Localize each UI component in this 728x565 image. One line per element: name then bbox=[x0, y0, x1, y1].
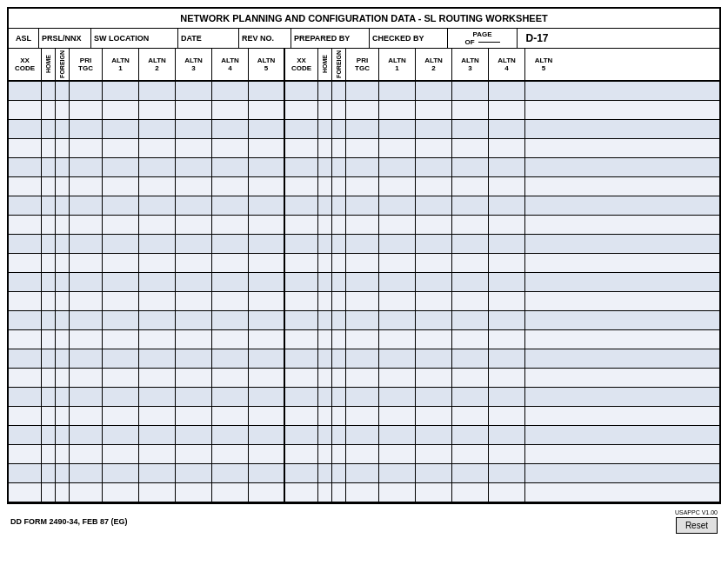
table-cell bbox=[525, 82, 562, 100]
table-cell bbox=[212, 177, 249, 196]
table-cell bbox=[416, 101, 452, 119]
table-row bbox=[9, 464, 719, 483]
table-cell bbox=[379, 445, 416, 463]
table-row bbox=[9, 483, 719, 502]
table-cell bbox=[176, 483, 212, 502]
table-cell bbox=[318, 483, 332, 502]
table-cell bbox=[139, 158, 176, 176]
table-cell bbox=[139, 139, 176, 157]
reset-button[interactable]: Reset bbox=[676, 517, 718, 534]
sw-location-header: SW LOCATION bbox=[91, 29, 178, 48]
table-cell bbox=[416, 426, 452, 444]
table-cell bbox=[70, 426, 103, 444]
table-cell bbox=[416, 177, 452, 196]
col-header-altn5_l: ALTN 5 bbox=[249, 49, 285, 80]
table-cell bbox=[103, 464, 139, 482]
table-cell bbox=[176, 158, 212, 176]
table-cell bbox=[416, 158, 452, 176]
revno-header: REV NO. bbox=[239, 29, 291, 48]
table-cell bbox=[379, 369, 416, 387]
table-cell bbox=[103, 139, 139, 157]
table-cell bbox=[139, 483, 176, 502]
table-cell bbox=[379, 235, 416, 253]
table-cell bbox=[285, 158, 318, 176]
table-cell bbox=[379, 216, 416, 234]
table-cell bbox=[525, 254, 562, 272]
table-cell bbox=[285, 426, 318, 444]
table-cell bbox=[176, 82, 212, 100]
table-cell bbox=[249, 464, 285, 482]
table-cell bbox=[285, 235, 318, 253]
table-cell bbox=[332, 292, 346, 310]
table-cell bbox=[139, 273, 176, 291]
table-cell bbox=[318, 464, 332, 482]
table-cell bbox=[285, 349, 318, 368]
table-cell bbox=[9, 330, 42, 349]
table-cell bbox=[346, 349, 379, 368]
table-cell bbox=[332, 330, 346, 349]
table-cell bbox=[452, 235, 489, 253]
table-cell bbox=[139, 101, 176, 119]
data-rows-container bbox=[9, 82, 719, 502]
table-cell bbox=[249, 407, 285, 425]
table-cell bbox=[56, 82, 70, 100]
table-cell bbox=[489, 120, 525, 138]
table-cell bbox=[285, 254, 318, 272]
table-cell bbox=[139, 120, 176, 138]
table-cell bbox=[379, 426, 416, 444]
table-cell bbox=[139, 82, 176, 100]
table-cell bbox=[249, 426, 285, 444]
table-cell bbox=[452, 139, 489, 157]
prslnnx-header: PRSL/NNX bbox=[39, 29, 91, 48]
table-cell bbox=[525, 349, 562, 368]
table-cell bbox=[452, 101, 489, 119]
table-cell bbox=[452, 330, 489, 349]
table-cell bbox=[285, 273, 318, 291]
table-cell bbox=[249, 349, 285, 368]
table-cell bbox=[285, 388, 318, 406]
table-cell bbox=[56, 177, 70, 196]
table-cell bbox=[525, 407, 562, 425]
table-cell bbox=[212, 139, 249, 157]
table-cell bbox=[452, 369, 489, 387]
table-cell bbox=[332, 349, 346, 368]
table-cell bbox=[212, 311, 249, 329]
col-header-altn2_r: ALTN 2 bbox=[416, 49, 452, 80]
table-cell bbox=[525, 311, 562, 329]
table-cell bbox=[56, 139, 70, 157]
table-cell bbox=[416, 216, 452, 234]
table-cell bbox=[103, 369, 139, 387]
table-row bbox=[9, 196, 719, 216]
table-cell bbox=[9, 177, 42, 196]
table-cell bbox=[42, 369, 56, 387]
table-cell bbox=[525, 483, 562, 502]
col-header-home_r: HOME bbox=[318, 49, 332, 80]
table-cell bbox=[346, 235, 379, 253]
page-header: PAGE OF bbox=[448, 29, 518, 48]
table-cell bbox=[489, 235, 525, 253]
table-cell bbox=[139, 388, 176, 406]
table-cell bbox=[212, 349, 249, 368]
table-cell bbox=[42, 196, 56, 215]
table-cell bbox=[416, 120, 452, 138]
table-cell bbox=[416, 82, 452, 100]
table-cell bbox=[525, 158, 562, 176]
table-cell bbox=[139, 330, 176, 349]
table-cell bbox=[379, 349, 416, 368]
table-cell bbox=[416, 369, 452, 387]
table-cell bbox=[42, 273, 56, 291]
table-cell bbox=[346, 158, 379, 176]
table-cell bbox=[285, 120, 318, 138]
table-cell bbox=[70, 120, 103, 138]
table-cell bbox=[332, 254, 346, 272]
table-cell bbox=[42, 82, 56, 100]
table-cell bbox=[346, 196, 379, 215]
table-cell bbox=[452, 158, 489, 176]
table-row bbox=[9, 177, 719, 196]
table-cell bbox=[318, 311, 332, 329]
table-cell bbox=[416, 388, 452, 406]
table-cell bbox=[318, 216, 332, 234]
table-row bbox=[9, 426, 719, 445]
table-cell bbox=[70, 483, 103, 502]
table-cell bbox=[416, 407, 452, 425]
